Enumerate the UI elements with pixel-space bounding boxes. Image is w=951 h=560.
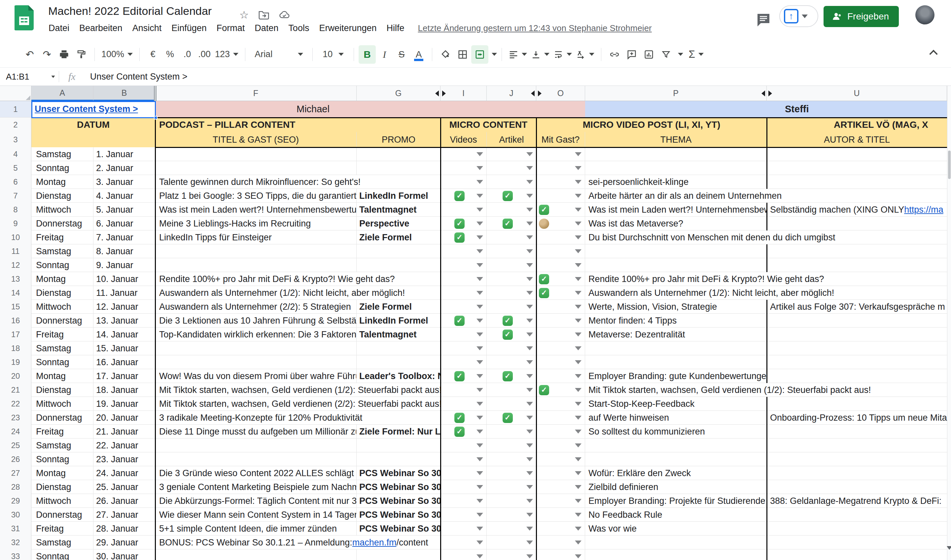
dropdown-cell[interactable] (440, 147, 487, 161)
dropdown-cell[interactable]: ✓ (440, 189, 487, 203)
column-header-J[interactable]: J (487, 86, 536, 101)
row-header-6[interactable]: 6 (0, 175, 31, 189)
artikel-dropdown[interactable] (526, 263, 533, 267)
titel-cell[interactable]: Mit Tiktok starten, wachsen, Geld verdie… (155, 383, 440, 397)
promo-cell[interactable]: PCS Webinar So 30. (357, 508, 440, 522)
dropdown-cell[interactable] (440, 480, 487, 494)
header-datum-sub[interactable] (31, 132, 155, 147)
dropdown-cell[interactable] (536, 175, 585, 189)
star-icon[interactable]: ☆ (239, 9, 250, 20)
thema-cell[interactable] (585, 355, 767, 369)
promo-cell[interactable]: PCS Webinar So 30. (357, 480, 440, 494)
autor-cell[interactable] (767, 355, 947, 369)
dropdown-cell[interactable] (440, 355, 487, 369)
mit-gast-dropdown[interactable] (575, 235, 582, 239)
header-micro-video[interactable]: MICRO VIDEO POST (LI, XI, YT) (536, 118, 767, 132)
titel-cell[interactable]: Meine 3 Lieblings-Hacks im Recruiting (155, 217, 357, 231)
hidden-columns-arrows[interactable] (536, 91, 537, 97)
date-cell[interactable]: 2. Januar (94, 161, 155, 175)
videos-dropdown[interactable] (477, 208, 483, 212)
titel-cell[interactable] (155, 355, 357, 369)
dropdown-cell[interactable]: ✓ (487, 189, 536, 203)
videos-dropdown[interactable] (477, 249, 483, 253)
artikel-dropdown[interactable] (526, 513, 533, 517)
titel-cell[interactable]: 3 geniale Content Marketing Beispiele zu… (155, 480, 357, 494)
thema-cell[interactable]: Werte, Mission, Vision, Strategie (585, 300, 767, 314)
paint-format-button[interactable] (72, 45, 90, 64)
dropdown-cell[interactable] (536, 342, 585, 355)
dropdown-cell[interactable] (536, 508, 585, 522)
dropdown-cell[interactable] (440, 508, 487, 522)
row-header-11[interactable]: 11 (0, 245, 31, 258)
header-artikel-vo[interactable]: ARTIKEL VÖ (MAG, X (767, 118, 947, 132)
column-header-I[interactable]: I (440, 86, 487, 101)
increase-decimals-button[interactable]: .00 (196, 45, 213, 64)
date-cell[interactable]: 11. Januar (94, 286, 155, 300)
thema-cell[interactable]: Was ist mein Laden wert?! Unternehmensbe… (585, 203, 767, 217)
promo-cell[interactable]: Ziele Formel: Nur Li (357, 425, 440, 438)
date-cell[interactable]: 14. Januar (94, 328, 155, 342)
date-cell[interactable]: 5. Januar (94, 203, 155, 217)
artikel-dropdown[interactable] (526, 527, 533, 531)
date-cell[interactable]: 28. Januar (94, 522, 155, 535)
dropdown-cell[interactable]: ✓ (536, 286, 585, 300)
day-cell[interactable]: Samstag (31, 535, 94, 549)
thema-cell[interactable]: Mentor finden: 4 Tipps (585, 314, 767, 328)
dropdown-cell[interactable] (536, 480, 585, 494)
dropdown-cell[interactable]: ✓ (440, 231, 487, 245)
dropdown-cell[interactable]: ✓ (536, 383, 585, 397)
promo-cell[interactable]: Ziele Formel (357, 231, 440, 245)
videos-dropdown[interactable] (477, 360, 483, 364)
strikethrough-button[interactable]: S (393, 45, 410, 64)
thema-cell[interactable]: Employer Branding: Projekte für Studiere… (585, 494, 767, 508)
font-family-select[interactable]: Arial (250, 45, 308, 64)
name-box-caret[interactable] (51, 75, 55, 78)
promo-cell[interactable]: Leader's Toolbox: N (357, 369, 440, 383)
mit-gast-dropdown[interactable] (575, 152, 582, 156)
dropdown-cell[interactable]: ✓ (487, 217, 536, 231)
titel-cell[interactable]: Was ist mein Laden wert?! Unternehmensbe… (155, 203, 357, 217)
row-header-22[interactable]: 22 (0, 397, 31, 411)
videos-dropdown[interactable] (477, 443, 483, 448)
autor-cell[interactable] (767, 217, 947, 231)
dropdown-cell[interactable] (440, 328, 487, 342)
date-cell[interactable]: 9. Januar (94, 258, 155, 272)
day-cell[interactable]: Dienstag (31, 383, 94, 397)
menu-item-bearbeiten[interactable]: Bearbeiten (74, 21, 128, 35)
videos-dropdown[interactable] (477, 194, 483, 198)
day-cell[interactable]: Sonntag (31, 452, 94, 466)
row-header-12[interactable]: 12 (0, 258, 31, 272)
artikel-dropdown[interactable] (526, 305, 533, 309)
videos-dropdown[interactable] (477, 318, 483, 323)
day-cell[interactable]: Mittwoch (31, 494, 94, 508)
dropdown-cell[interactable] (536, 161, 585, 175)
day-cell[interactable]: Montag (31, 175, 94, 189)
dropdown-cell[interactable] (487, 452, 536, 466)
date-cell[interactable]: 30. Januar (94, 549, 155, 560)
titel-cell[interactable] (155, 147, 357, 161)
date-cell[interactable]: 20. Januar (94, 411, 155, 425)
date-cell[interactable]: 6. Januar (94, 217, 155, 231)
videos-dropdown[interactable] (477, 499, 483, 503)
day-cell[interactable]: Sonntag (31, 355, 94, 369)
promo-cell[interactable]: PCS Webinar So 30. (357, 494, 440, 508)
row-header-30[interactable]: 30 (0, 508, 31, 522)
autor-cell[interactable] (767, 466, 947, 480)
videos-dropdown[interactable] (477, 429, 483, 434)
mit-gast-dropdown[interactable] (575, 443, 582, 448)
day-cell[interactable]: Mittwoch (31, 397, 94, 411)
column-header-O[interactable]: O (536, 86, 585, 101)
day-cell[interactable]: Samstag (31, 245, 94, 258)
thema-cell[interactable] (585, 258, 767, 272)
artikel-dropdown[interactable] (526, 152, 533, 156)
text-color-button[interactable]: A (410, 45, 427, 64)
dropdown-cell[interactable] (536, 314, 585, 328)
thema-cell[interactable]: So solltest du kommunizieren (585, 425, 767, 438)
move-folder-icon[interactable] (258, 9, 269, 20)
merge-cells-button[interactable] (471, 45, 488, 64)
artikel-dropdown[interactable] (526, 166, 533, 170)
row-header-33[interactable]: 33 (0, 549, 31, 560)
insert-comment-button[interactable] (623, 45, 640, 64)
artikel-dropdown[interactable] (526, 443, 533, 448)
dropdown-cell[interactable] (487, 161, 536, 175)
